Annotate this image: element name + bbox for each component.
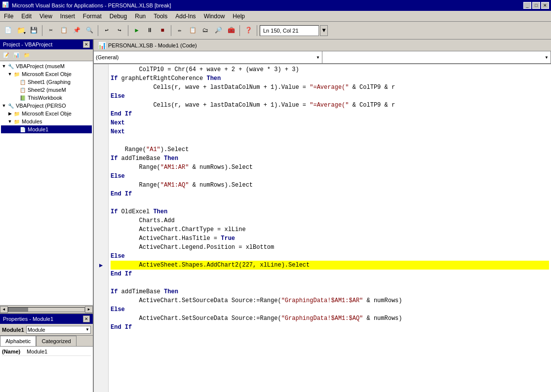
- project-panel-close[interactable]: ✕: [83, 41, 90, 48]
- menu-tools[interactable]: Tools: [150, 11, 171, 21]
- gutter-24: [96, 270, 106, 278]
- menu-addins[interactable]: Add-Ins: [171, 11, 199, 21]
- toolbar-redo-btn[interactable]: ↪: [114, 25, 125, 37]
- menu-debug[interactable]: Debug: [106, 11, 131, 21]
- gutter-11: [96, 154, 106, 163]
- menu-edit[interactable]: Edit: [17, 11, 36, 21]
- tab-alphabetic[interactable]: Alphabetic: [0, 336, 36, 346]
- toolbar-undo-btn[interactable]: ↩: [101, 25, 113, 37]
- properties-panel-title: Properties - Module1: [3, 316, 53, 322]
- menu-insert[interactable]: Insert: [56, 11, 79, 21]
- code-header-icon: 📊: [98, 41, 106, 49]
- toolbar-stop-btn[interactable]: ■: [157, 25, 168, 37]
- scroll-left-btn[interactable]: ◄: [0, 306, 8, 313]
- toolbar-new-btn[interactable]: 📄: [2, 25, 14, 37]
- code-line-30: End If: [111, 323, 549, 332]
- code-line-17: If OldExcel Then: [111, 207, 549, 216]
- code-line-2: If graphLeftRightCoherence Then: [111, 74, 549, 83]
- toolbar-cut-btn[interactable]: ✂: [45, 25, 57, 37]
- toolbar-explorer-btn[interactable]: 🗂: [199, 25, 211, 37]
- gutter-28: [96, 305, 106, 314]
- code-editor[interactable]: ▶ ColTP10 = Chr(64 + wave + 2 + (wave * …: [94, 64, 551, 392]
- tree-vbaproject-muse[interactable]: ▼ 🔧 VBAProject (museM: [1, 62, 92, 70]
- prop-object-type-select[interactable]: Module ▼: [26, 326, 91, 334]
- code-proc-combo[interactable]: ▼: [322, 51, 551, 63]
- toolbar-paste-btn[interactable]: 📌: [71, 25, 82, 37]
- tree-item-label: VBAProject (PERSO: [16, 103, 66, 109]
- project-panel-header: Project - VBAProject ✕: [0, 39, 93, 49]
- toolbar-design-btn[interactable]: ✏: [174, 25, 186, 37]
- menu-view[interactable]: View: [36, 11, 56, 21]
- toolbar-save-btn[interactable]: 💾: [28, 25, 39, 37]
- proc-combo-arrow: ▼: [545, 55, 549, 60]
- toolbar-sep3: [128, 25, 128, 36]
- maximize-button[interactable]: □: [532, 2, 540, 9]
- toolbar-toolbox-btn[interactable]: 🧰: [225, 25, 237, 37]
- toolbar-pause-btn[interactable]: ⏸: [144, 25, 156, 37]
- gutter-arrow-marker: ▶: [96, 261, 106, 270]
- toolbar-obj-btn[interactable]: 🔎: [212, 25, 224, 37]
- tree-toggle-icon2: ▼: [1, 103, 7, 108]
- menu-format[interactable]: Format: [79, 11, 106, 21]
- toolbar-copy-btn[interactable]: 📋: [58, 25, 70, 37]
- menu-help[interactable]: Help: [229, 11, 249, 21]
- toolbar-position-dropdown[interactable]: ▼: [320, 25, 328, 36]
- properties-panel: Properties - Module1 ✕ Module1 Module ▼ …: [0, 313, 93, 392]
- tree-modules[interactable]: ▼ 📁 Modules: [1, 118, 92, 125]
- menu-run[interactable]: Run: [131, 11, 150, 21]
- gutter-13: [96, 172, 106, 181]
- properties-panel-close[interactable]: ✕: [83, 315, 90, 322]
- gutter-27: [96, 296, 106, 305]
- toolbar-open-btn[interactable]: 📁 ▼: [15, 25, 27, 37]
- code-line-12: Range("AM1:AR" & numRows).Select: [111, 163, 549, 172]
- close-button[interactable]: ✕: [541, 2, 549, 9]
- tree-vbaproject-personal[interactable]: ▼ 🔧 VBAProject (PERSO: [1, 102, 92, 110]
- toolbar-prop-btn[interactable]: 📋: [187, 25, 198, 37]
- excel-objects-icon: 📁: [13, 71, 21, 78]
- menu-file[interactable]: File: [0, 11, 17, 21]
- view-obj-btn[interactable]: 📊: [11, 51, 21, 60]
- code-line-24: End If: [111, 270, 549, 278]
- gutter-29: [96, 314, 106, 323]
- toolbar-help-btn[interactable]: ❓: [242, 25, 254, 37]
- gutter-30: [96, 323, 106, 332]
- code-line-8: Next: [111, 127, 549, 136]
- toggle-folders-btn[interactable]: 📁: [22, 51, 32, 60]
- code-line-22: Else: [111, 252, 549, 261]
- code-line-13: Else: [111, 172, 549, 181]
- tree-excel-objects-2[interactable]: ▶ 📁 Microsoft Excel Obje: [1, 110, 92, 118]
- toolbar-position-display: Ln 150, Col 21: [260, 25, 319, 36]
- code-lines[interactable]: ColTP10 = Chr(64 + wave + 2 + (wave * 3)…: [109, 64, 551, 392]
- code-line-1: ColTP10 = Chr(64 + wave + 2 + (wave * 3)…: [111, 65, 549, 74]
- gutter-6: [96, 110, 106, 118]
- prop-object-type: Module: [28, 327, 45, 333]
- code-line-14: Range("AM1:AQ" & numRows).Select: [111, 181, 549, 190]
- scroll-track[interactable]: [8, 307, 85, 312]
- scroll-right-btn[interactable]: ►: [85, 306, 93, 313]
- toolbar-find-btn[interactable]: 🔍: [83, 25, 95, 37]
- title-bar-text: Microsoft Visual Basic for Applications …: [12, 2, 523, 8]
- view-code-btn[interactable]: 📝: [1, 51, 11, 60]
- menu-window[interactable]: Window: [200, 11, 229, 21]
- gutter-5: [96, 101, 106, 110]
- prop-row-name: (Name) Module1: [2, 348, 91, 356]
- gutter-16: [96, 198, 106, 207]
- tree-sheet1[interactable]: 📋 Sheet1 (Graphing: [1, 78, 92, 86]
- code-object-combo[interactable]: (General) ▼: [94, 51, 322, 63]
- tree-sheet2[interactable]: 📋 Sheet2 (museM: [1, 86, 92, 94]
- tree-thisworkbook[interactable]: 📗 ThisWorkbook: [1, 94, 92, 102]
- minimize-button[interactable]: _: [523, 2, 531, 9]
- vba-project-icon: 🔧: [7, 63, 15, 70]
- gutter-12: [96, 163, 106, 172]
- tab-categorized[interactable]: Categorized: [36, 336, 76, 346]
- code-line-26: If addTimeBase Then: [111, 287, 549, 296]
- workbook-icon: 📗: [19, 94, 27, 101]
- app-icon: 📊: [2, 1, 10, 9]
- tree-excel-objects-1[interactable]: ▼ 📁 Microsoft Excel Obje: [1, 70, 92, 78]
- menu-bar: File Edit View Insert Format Debug Run T…: [0, 11, 551, 22]
- excel-objects2-icon: 📁: [13, 110, 21, 117]
- tree-module1[interactable]: 📄 Module1: [1, 125, 92, 133]
- toolbar-run-btn[interactable]: ▶: [131, 25, 143, 37]
- gutter-15: [96, 190, 106, 198]
- tree-toggle-icon: ▼: [1, 64, 7, 69]
